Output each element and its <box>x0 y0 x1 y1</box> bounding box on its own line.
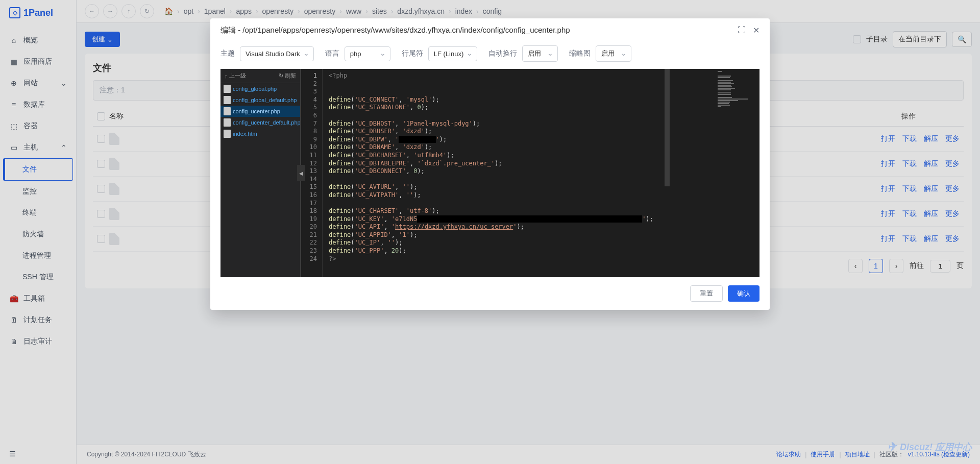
modal-overlay: 编辑 - /opt/1panel/apps/openresty/openrest… <box>0 0 980 464</box>
file-icon <box>224 85 231 93</box>
file-tree: ↑ 上一级 ↻ 刷新 config_global.phpconfig_globa… <box>220 69 301 277</box>
tree-file-item[interactable]: config_ucenter.php <box>220 106 300 117</box>
editor: ↑ 上一级 ↻ 刷新 config_global.phpconfig_globa… <box>220 69 760 277</box>
lang-select[interactable]: php <box>345 46 390 61</box>
tree-file-item[interactable]: config_global_default.php <box>220 94 300 106</box>
modal-footer: 重置 确认 <box>210 277 770 310</box>
file-icon <box>224 118 231 127</box>
tree-file-label: index.htm <box>233 131 257 137</box>
tree-file-label: config_global_default.php <box>233 97 297 103</box>
file-icon <box>224 107 231 115</box>
tree-file-label: config_ucenter_default.php <box>233 119 301 126</box>
modal-header: 编辑 - /opt/1panel/apps/openresty/openrest… <box>210 18 770 42</box>
modal-title: 编辑 - /opt/1panel/apps/openresty/openrest… <box>220 26 570 35</box>
file-icon <box>224 96 231 104</box>
file-icon <box>224 130 231 138</box>
confirm-button[interactable]: 确认 <box>728 285 760 302</box>
minimap[interactable] <box>715 69 760 277</box>
eol-select[interactable]: LF (Linux) <box>428 46 478 61</box>
wrap-label: 自动换行 <box>488 49 517 58</box>
theme-select[interactable]: Visual Studio Dark <box>240 46 314 61</box>
tree-file-label: config_ucenter.php <box>233 108 280 114</box>
minimap-select[interactable]: 启用 <box>596 45 631 62</box>
tree-file-item[interactable]: config_global.php <box>220 83 300 94</box>
eol-label: 行尾符 <box>402 49 423 58</box>
close-icon[interactable]: ✕ <box>753 26 760 35</box>
modal-controls: 主题Visual Studio Dark 语言php 行尾符LF (Linux)… <box>210 42 770 69</box>
tree-file-label: config_global.php <box>233 86 277 92</box>
tree-file-item[interactable]: index.htm <box>220 128 300 139</box>
code-area[interactable]: <?php define('UC_CONNECT', 'mysql'); def… <box>323 69 715 277</box>
fullscreen-icon[interactable]: ⛶ <box>738 26 746 35</box>
tree-up-button[interactable]: ↑ 上一级 <box>225 72 246 80</box>
wrap-select[interactable]: 启用 <box>522 45 558 62</box>
lang-label: 语言 <box>325 49 339 58</box>
tree-refresh-button[interactable]: ↻ 刷新 <box>279 72 296 80</box>
minimap-label: 缩略图 <box>569 49 591 58</box>
tree-collapse-handle[interactable]: ◀ <box>297 165 305 181</box>
scrollbar-vertical[interactable] <box>664 69 670 277</box>
editor-modal: 编辑 - /opt/1panel/apps/openresty/openrest… <box>210 18 770 310</box>
theme-label: 主题 <box>220 49 235 58</box>
reset-button[interactable]: 重置 <box>690 285 723 302</box>
tree-file-item[interactable]: config_ucenter_default.php <box>220 117 300 128</box>
